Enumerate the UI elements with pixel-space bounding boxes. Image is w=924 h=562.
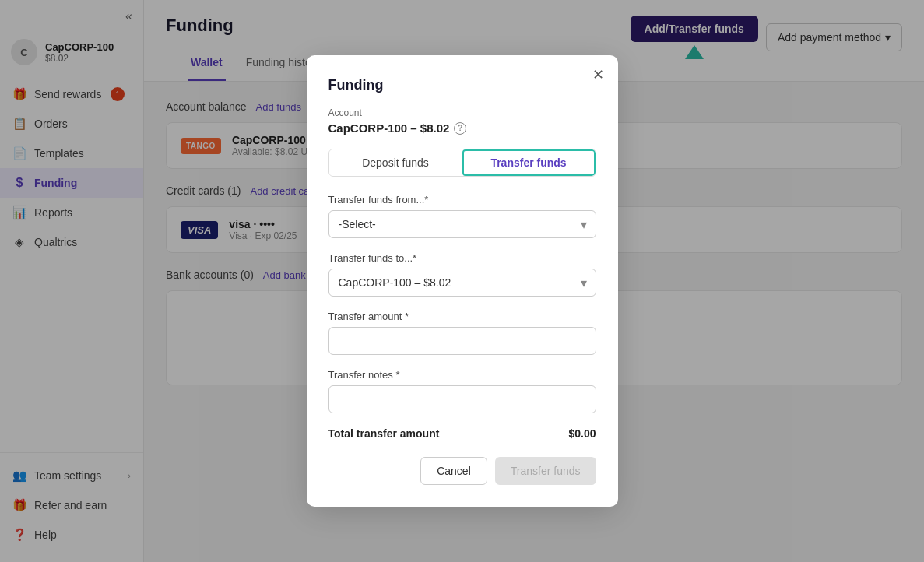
transfer-amount-label: Transfer amount * bbox=[328, 311, 596, 322]
transfer-funds-tab[interactable]: Transfer funds bbox=[462, 149, 596, 176]
transfer-to-group: Transfer funds to...* CapCORP-100 – $8.0… bbox=[328, 252, 596, 297]
modal-title: Funding bbox=[328, 77, 596, 93]
transfer-amount-group: Transfer amount * bbox=[328, 311, 596, 355]
modal-account-text: CapCORP-100 – $8.02 bbox=[328, 121, 450, 135]
total-row: Total transfer amount $0.00 bbox=[328, 427, 596, 440]
transfer-to-select[interactable]: CapCORP-100 – $8.02 bbox=[328, 269, 596, 297]
transfer-from-label: Transfer funds from...* bbox=[328, 194, 596, 205]
transfer-amount-input[interactable] bbox=[328, 327, 596, 355]
total-value: $0.00 bbox=[568, 427, 596, 440]
transfer-to-select-wrapper: CapCORP-100 – $8.02 bbox=[328, 269, 596, 297]
transfer-notes-input[interactable] bbox=[328, 385, 596, 413]
cancel-button[interactable]: Cancel bbox=[420, 457, 487, 485]
modal-footer: Cancel Transfer funds bbox=[328, 457, 596, 485]
transfer-funds-button: Transfer funds bbox=[495, 457, 596, 485]
modal-account-label: Account bbox=[328, 107, 596, 118]
modal-tab-group: Deposit funds Transfer funds bbox=[328, 149, 596, 177]
funding-modal: ✕ Funding Account CapCORP-100 – $8.02 ? … bbox=[307, 55, 618, 507]
modal-account-value: CapCORP-100 – $8.02 ? bbox=[328, 121, 596, 135]
transfer-notes-label: Transfer notes * bbox=[328, 369, 596, 381]
transfer-notes-group: Transfer notes * bbox=[328, 369, 596, 413]
transfer-from-group: Transfer funds from...* -Select- bbox=[328, 194, 596, 238]
deposit-funds-tab[interactable]: Deposit funds bbox=[329, 149, 462, 176]
modal-close-button[interactable]: ✕ bbox=[592, 68, 604, 82]
transfer-from-select-wrapper: -Select- bbox=[328, 210, 596, 238]
info-icon[interactable]: ? bbox=[454, 122, 466, 135]
total-label: Total transfer amount bbox=[328, 427, 440, 440]
transfer-from-select[interactable]: -Select- bbox=[328, 210, 596, 238]
transfer-to-label: Transfer funds to...* bbox=[328, 252, 596, 264]
modal-overlay: ✕ Funding Account CapCORP-100 – $8.02 ? … bbox=[0, 0, 924, 562]
